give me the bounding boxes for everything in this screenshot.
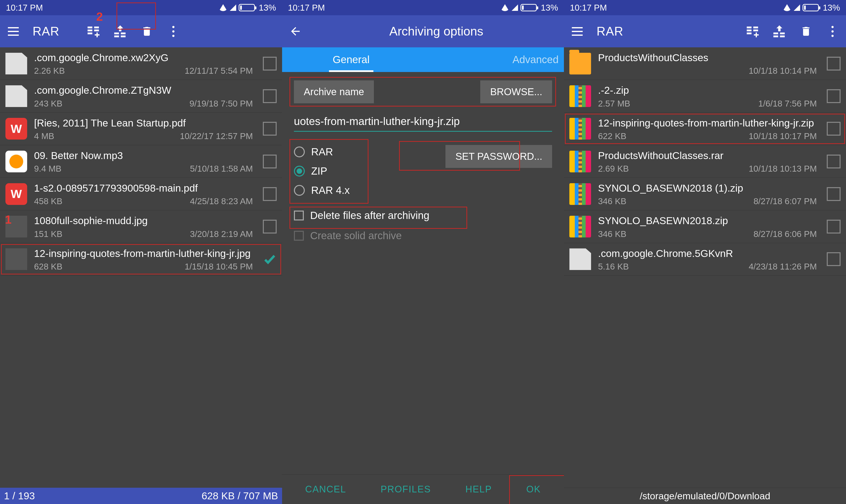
svg-rect-5	[114, 33, 119, 34]
highlight-ok	[509, 475, 568, 504]
file-checkbox[interactable]	[827, 252, 841, 266]
svg-rect-1	[87, 30, 92, 31]
menu-icon[interactable]	[6, 24, 21, 39]
file-name: [Ries, 2011] The Lean Startup.pdf	[34, 116, 258, 130]
overflow-menu-icon[interactable]	[166, 24, 181, 39]
selection-footer: 1 / 193 628 KB / 707 MB	[0, 488, 282, 504]
svg-rect-17	[780, 36, 784, 37]
file-checkbox[interactable]	[827, 187, 841, 201]
battery-icon	[520, 4, 537, 11]
file-list[interactable]: .com.google.Chrome.xw2XyG2.26 KB12/11/17…	[0, 47, 282, 488]
file-type-icon: W	[5, 183, 27, 205]
file-size: 346 KB	[598, 196, 626, 206]
file-checkbox[interactable]	[263, 187, 277, 201]
file-type-icon	[569, 85, 591, 107]
file-row[interactable]: SYNOLO_BASEWN2018.zip346 KB8/27/18 6:06 …	[564, 210, 846, 243]
profiles-button[interactable]: PROFILES	[373, 479, 438, 500]
file-name: ProductsWithoutClasses	[598, 51, 822, 64]
options-content: Archive name BROWSE... RAR ZIP RAR 4.x S…	[282, 72, 564, 474]
file-name: .com.google.Chrome.5GKvnR	[598, 247, 822, 260]
file-date: 5/10/18 1:58 AM	[190, 164, 253, 174]
battery-icon	[802, 4, 819, 11]
svg-rect-15	[774, 36, 778, 37]
battery-percent: 13%	[823, 3, 840, 13]
file-date: 4/25/18 8:23 AM	[190, 196, 253, 206]
highlight-row	[1, 244, 281, 274]
bottom-actions: CANCEL PROFILES HELP OK	[282, 474, 564, 504]
delete-icon[interactable]	[799, 24, 813, 39]
battery-percent: 13%	[541, 3, 558, 13]
cancel-button[interactable]: CANCEL	[298, 479, 353, 500]
file-size: 4 MB	[34, 131, 54, 141]
screen-2-archiving-options: 10:17 PM 13% Archiving options General A…	[282, 0, 564, 504]
file-name: 1-s2.0-0895717793900598-main.pdf	[34, 182, 258, 195]
file-checkbox[interactable]	[263, 220, 277, 234]
file-type-icon	[5, 53, 27, 74]
svg-rect-6	[114, 36, 119, 37]
file-row[interactable]: 11080full-sophie-mudd.jpg151 KB3/20/18 2…	[0, 210, 282, 243]
screen-1-file-list: 10:17 PM 13% RAR 2 .com.google.Chrome.xw…	[0, 0, 282, 504]
add-archive-icon[interactable]	[745, 24, 760, 39]
status-bar: 10:17 PM 13%	[282, 0, 564, 15]
file-row[interactable]: .com.google.Chrome.xw2XyG2.26 KB12/11/17…	[0, 47, 282, 80]
tab-advanced[interactable]: Advanced	[420, 47, 564, 72]
file-date: 10/22/17 12:57 PM	[180, 131, 253, 141]
file-date: 1/6/18 7:56 PM	[758, 98, 817, 108]
file-date: 12/11/17 5:54 PM	[185, 66, 253, 76]
file-row[interactable]: ProductsWithoutClasses.rar2.69 KB10/1/18…	[564, 145, 846, 178]
file-checkbox[interactable]	[827, 89, 841, 103]
file-size: 2.26 KB	[34, 66, 65, 76]
tab-general[interactable]: General	[282, 47, 420, 72]
file-date: 8/27/18 6:07 PM	[754, 196, 817, 206]
help-button[interactable]: HELP	[458, 479, 499, 500]
extract-archive-icon[interactable]	[772, 24, 787, 39]
file-row[interactable]: SYNOLO_BASEWN2018 (1).zip346 KB8/27/18 6…	[564, 178, 846, 210]
file-name: .-2-.zip	[598, 84, 822, 97]
file-date: 10/1/18 10:14 PM	[749, 66, 817, 76]
file-type-icon: W	[5, 118, 27, 140]
file-checkbox[interactable]	[263, 89, 277, 103]
file-size: 458 KB	[34, 196, 63, 206]
svg-rect-16	[780, 33, 784, 34]
file-row[interactable]: 12-inspiring-quotes-from-martin-luther-k…	[0, 243, 282, 276]
svg-rect-10	[747, 30, 752, 31]
overflow-menu-icon[interactable]	[825, 24, 840, 39]
app-bar: RAR 2	[0, 15, 282, 47]
file-row[interactable]: 12-inspiring-quotes-from-martin-luther-k…	[564, 113, 846, 145]
file-row[interactable]: .com.google.Chrome.ZTgN3W243 KB9/19/18 7…	[0, 80, 282, 112]
selection-count: 1 / 193	[4, 490, 35, 502]
selection-size: 628 KB / 707 MB	[202, 490, 278, 502]
highlight-password	[399, 141, 520, 170]
highlight-format	[290, 139, 368, 204]
archive-filename-input[interactable]	[294, 112, 552, 132]
file-date: 9/19/18 7:50 PM	[190, 98, 253, 108]
file-row[interactable]: W[Ries, 2011] The Lean Startup.pdf4 MB10…	[0, 113, 282, 145]
back-icon[interactable]	[288, 24, 303, 39]
file-row[interactable]: .com.google.Chrome.5GKvnR5.16 KB4/23/18 …	[564, 243, 846, 276]
file-size: 9.4 MB	[34, 164, 62, 174]
file-checkbox[interactable]	[827, 57, 841, 71]
file-name: 09. Better Now.mp3	[34, 149, 258, 162]
file-row[interactable]: 09. Better Now.mp39.4 MB5/10/18 1:58 AM	[0, 145, 282, 178]
file-checkbox[interactable]	[263, 155, 277, 168]
add-archive-icon[interactable]	[86, 24, 101, 39]
file-size: 346 KB	[598, 229, 626, 239]
svg-rect-7	[121, 33, 125, 34]
checkbox-solid-archive: Create solid archive	[294, 230, 552, 242]
wifi-icon	[501, 4, 509, 11]
file-checkbox[interactable]	[827, 220, 841, 234]
svg-rect-3	[94, 26, 99, 28]
file-checkbox[interactable]	[263, 57, 277, 71]
file-list[interactable]: ProductsWithoutClasses10/1/18 10:14 PM.-…	[564, 47, 846, 488]
file-checkbox[interactable]	[263, 122, 277, 136]
page-title: Archiving options	[315, 24, 558, 38]
file-row[interactable]: .-2-.zip2.57 MB1/6/18 7:56 PM	[564, 80, 846, 112]
file-name: .com.google.Chrome.xw2XyG	[34, 51, 258, 64]
file-row[interactable]: W1-s2.0-0895717793900598-main.pdf458 KB4…	[0, 178, 282, 210]
file-row[interactable]: ProductsWithoutClasses10/1/18 10:14 PM	[564, 47, 846, 80]
svg-rect-14	[774, 33, 778, 34]
file-checkbox[interactable]	[827, 155, 841, 168]
menu-icon[interactable]	[570, 24, 585, 39]
battery-percent: 13%	[259, 3, 276, 13]
file-name: ProductsWithoutClasses.rar	[598, 149, 822, 162]
